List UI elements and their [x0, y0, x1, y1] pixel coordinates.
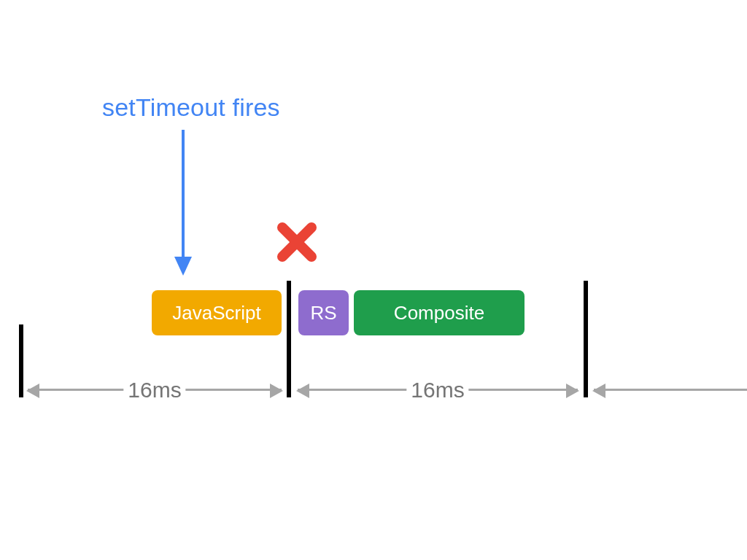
- frame-span-0: 16ms: [28, 389, 282, 391]
- stage-javascript: JavaScript: [152, 290, 282, 335]
- arrow-down-icon: [169, 130, 198, 276]
- diagram-canvas: setTimeout fires JavaScript RS Composite…: [0, 0, 747, 560]
- frame-tick-1: [287, 281, 291, 397]
- frame-tick-2: [584, 281, 588, 397]
- frame-span-1-label: 16ms: [406, 378, 468, 402]
- annotation-settimeout: setTimeout fires: [102, 93, 280, 122]
- stage-rs: RS: [298, 290, 349, 335]
- stage-composite: Composite: [354, 290, 525, 335]
- frame-span-1: 16ms: [298, 389, 578, 391]
- svg-marker-1: [174, 257, 192, 276]
- frame-span-0-label: 16ms: [123, 378, 185, 402]
- frame-tick-0: [19, 324, 23, 397]
- cross-icon: [275, 220, 319, 264]
- frame-span-2-partial: 16: [594, 389, 747, 391]
- frame-timeline: 16ms 16ms 16: [0, 368, 747, 419]
